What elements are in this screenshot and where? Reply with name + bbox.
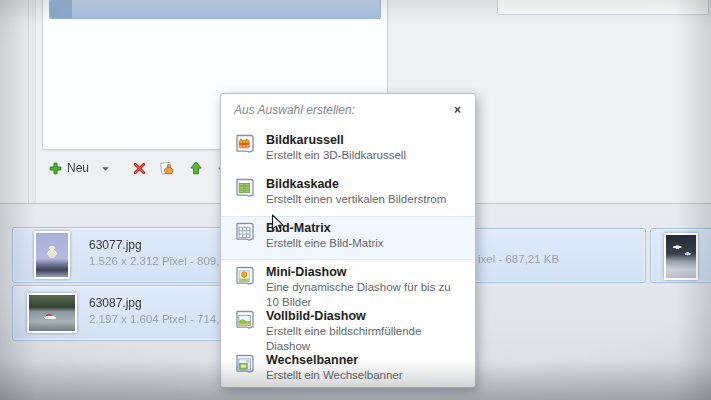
menu-item-description: Erstellt ein Wechselbanner [266, 368, 403, 383]
carousel-icon [233, 132, 257, 160]
fullscreen-slideshow-icon [233, 308, 257, 336]
thumbnail-cell [659, 232, 703, 280]
photo-thumbnail [34, 231, 70, 279]
delete-button[interactable] [128, 158, 151, 179]
photo-thumbnail [664, 233, 698, 280]
move-up-icon [188, 160, 204, 176]
top-right-panel-edge [497, 0, 709, 15]
thumbnail-cell [23, 289, 81, 337]
selected-header-thumb [50, 0, 72, 18]
close-icon[interactable]: × [452, 103, 463, 117]
menu-item-description: Erstellt einen vertikalen Bilderstrom [266, 192, 446, 207]
menu-item-description: Erstellt ein 3D-Bildkarussell [266, 148, 406, 163]
rotating-banner-icon [233, 352, 257, 380]
menu-item-title: Wechselbanner [266, 353, 403, 368]
stamp-hand-icon [159, 160, 176, 177]
mouse-cursor-icon [271, 214, 284, 238]
menu-item-title: Bildkaskade [266, 177, 446, 192]
delete-icon [132, 161, 147, 176]
menu-item-description: Erstellt eine Bild-Matrix [266, 236, 384, 251]
popup-title: Aus Auswahl erstellen: [234, 103, 355, 117]
selected-header-row[interactable] [49, 0, 381, 19]
file-name: 63087.jpg [89, 296, 142, 310]
file-name: 63077.jpg [89, 238, 142, 252]
menu-item-title: Mini-Diashow [266, 265, 463, 280]
menu-item-bildkarussell[interactable]: Bildkarussell Erstellt ein 3D-Bildkaruss… [221, 128, 475, 172]
file-details-fragment: ixel - 687,21 KB [478, 253, 559, 265]
menu-item-wechselbanner[interactable]: Wechselbanner Erstellt ein Wechselbanner [221, 348, 475, 392]
apply-stamp-button[interactable] [155, 157, 180, 180]
dropdown-caret-icon [101, 164, 110, 173]
create-from-selection-popup: Aus Auswahl erstellen: × Bildkarussell E… [220, 93, 476, 388]
left-edge-divider [32, 0, 36, 203]
app-window: Neu 63077.jpg [0, 0, 711, 400]
menu-item-bildkaskade[interactable]: Bildkaskade Erstellt einen vertikalen Bi… [221, 172, 475, 216]
mini-slideshow-icon [233, 264, 257, 292]
new-button-label: Neu [67, 161, 89, 175]
menu-item-mini-diashow[interactable]: Mini-Diashow Eine dynamische Diashow für… [221, 260, 475, 304]
menu-item-title: Bildkarussell [266, 133, 406, 148]
menu-item-title: Vollbild-Diashow [266, 309, 463, 324]
thumbnail-cell [23, 231, 81, 279]
photo-thumbnail [27, 293, 77, 333]
move-up-button[interactable] [184, 157, 208, 179]
cascade-icon [233, 176, 257, 204]
left-edge-panel [0, 0, 29, 203]
toolbar: Neu [44, 154, 236, 182]
new-button[interactable]: Neu [44, 158, 93, 179]
menu-item-vollbild-diashow[interactable]: Vollbild-Diashow Erstellt eine bildschir… [221, 304, 475, 348]
menu-item-bild-matrix[interactable]: Bild-Matrix Erstellt eine Bild-Matrix [221, 216, 475, 260]
add-icon [48, 161, 63, 176]
new-dropdown-button[interactable] [97, 161, 114, 176]
file-tile-clipped[interactable] [650, 228, 711, 283]
matrix-icon [233, 220, 257, 248]
